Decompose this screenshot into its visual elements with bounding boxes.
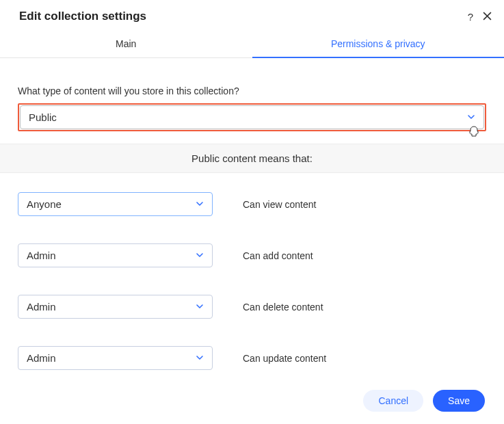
- dialog-header: Edit collection settings ?: [0, 0, 504, 30]
- content-type-select-highlight: Public: [18, 103, 486, 131]
- perm-row-add: Admin Can add content: [18, 243, 486, 267]
- chevron-down-icon: [196, 198, 204, 210]
- role-value: Admin: [27, 250, 56, 261]
- role-value: Admin: [27, 301, 56, 313]
- content-type-select[interactable]: Public: [20, 105, 484, 129]
- close-icon[interactable]: [483, 12, 492, 22]
- perm-label: Can view content: [243, 199, 316, 210]
- role-select-add[interactable]: Admin: [18, 243, 213, 267]
- save-button[interactable]: Save: [433, 390, 485, 412]
- content-type-value: Public: [29, 111, 57, 123]
- role-select-delete[interactable]: Admin: [18, 295, 213, 319]
- perm-label: Can add content: [243, 250, 313, 261]
- cancel-button[interactable]: Cancel: [363, 390, 423, 412]
- info-band: Public content means that:: [0, 144, 504, 173]
- chevron-down-icon: [196, 250, 204, 261]
- tab-main[interactable]: Main: [0, 30, 252, 57]
- perm-row-view: Anyone Can view content: [18, 192, 486, 216]
- content-type-question: What type of content will you store in t…: [18, 85, 486, 96]
- dialog-title: Edit collection settings: [19, 10, 146, 23]
- role-select-view[interactable]: Anyone: [18, 192, 213, 216]
- chevron-down-icon: [196, 301, 204, 313]
- role-value: Anyone: [27, 198, 62, 210]
- header-actions: ?: [468, 12, 492, 22]
- perm-row-update: Admin Can update content: [18, 346, 486, 370]
- edit-collection-dialog: Edit collection settings ? Main Permissi…: [0, 0, 504, 424]
- dialog-body: What type of content will you store in t…: [0, 58, 504, 380]
- perm-label: Can update content: [243, 353, 326, 364]
- tab-permissions[interactable]: Permissions & privacy: [252, 30, 505, 57]
- tabs: Main Permissions & privacy: [0, 30, 504, 58]
- perm-row-delete: Admin Can delete content: [18, 295, 486, 319]
- perm-label: Can delete content: [243, 302, 323, 313]
- chevron-down-icon: [467, 111, 475, 123]
- role-select-update[interactable]: Admin: [18, 346, 213, 370]
- help-icon[interactable]: ?: [468, 12, 473, 22]
- chevron-down-icon: [196, 352, 204, 364]
- role-value: Admin: [27, 352, 56, 364]
- permission-rows: Anyone Can view content Admin Can add co…: [18, 192, 486, 370]
- dialog-footer: Cancel Save: [0, 380, 504, 424]
